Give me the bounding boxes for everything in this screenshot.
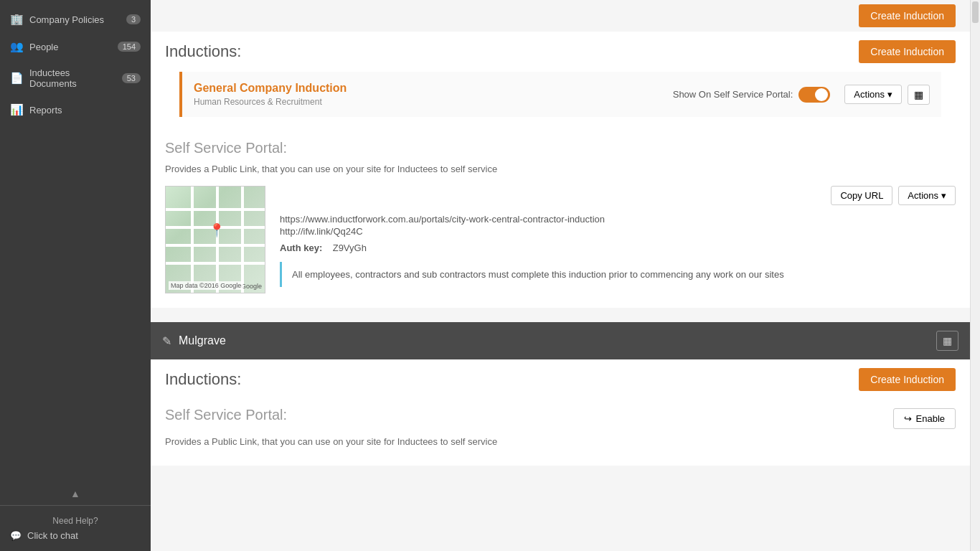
auth-key-value: Z9VyGh xyxy=(333,242,367,253)
mulgrave-grid-button[interactable]: ▦ xyxy=(936,331,958,351)
induction-actions-button[interactable]: Actions ▾ xyxy=(844,85,902,104)
show-portal-label: Show On Self Service Portal: xyxy=(673,89,793,100)
sidebar-item-badge: 53 xyxy=(122,73,141,83)
mulgrave-grid-icon: ▦ xyxy=(943,335,952,347)
spacer-1 xyxy=(151,315,970,322)
mulgrave-header: ✎ Mulgrave ▦ xyxy=(151,322,970,359)
chat-icon: 💬 xyxy=(10,530,22,541)
main-content: Create Induction Inductions: Create Indu… xyxy=(151,0,970,551)
first-white-section: Inductions: Create Induction General Com… xyxy=(151,32,970,308)
auth-key-label: Auth key: xyxy=(280,242,322,253)
inductees-documents-icon: 📄 xyxy=(10,72,24,85)
click-to-chat-label: Click to chat xyxy=(27,530,78,541)
company-policies-icon: 🏢 xyxy=(10,13,24,26)
actions-dropdown-icon: ▾ xyxy=(887,89,892,100)
induction-card-actions: Actions ▾ ▦ xyxy=(844,85,930,105)
sidebar-item-people[interactable]: 👥 People 154 xyxy=(0,33,151,60)
sidebar: 🏢 Company Policies 3 👥 People 154 📄 Indu… xyxy=(0,0,151,551)
mulgrave-self-service-header: Self Service Portal: ↪ Enable xyxy=(165,407,956,430)
map-pin: 📍 xyxy=(209,222,225,238)
mulgrave-create-induction-button[interactable]: Create Induction xyxy=(859,368,956,391)
mulgrave-inductions-title: Inductions: xyxy=(165,370,241,389)
portal-urls: https://www.inductforwork.com.au/portals… xyxy=(280,214,956,237)
portal-url-2: http://ifw.link/Qq24C xyxy=(280,226,956,237)
enable-icon: ↪ xyxy=(904,413,912,424)
sidebar-item-company-policies[interactable]: 🏢 Company Policies 3 xyxy=(0,6,151,33)
sidebar-item-label: Reports xyxy=(29,105,62,116)
self-service-description: Provides a Public Link, that you can use… xyxy=(165,164,956,174)
map-placeholder: 📍 Google Map data ©2016 Google xyxy=(166,187,265,293)
induction-note: All employees, contractors and sub contr… xyxy=(280,262,956,287)
self-service-content: 📍 Google Map data ©2016 Google Copy URL … xyxy=(165,186,956,293)
sidebar-item-inductees-documents[interactable]: 📄 Inductees Documents 53 xyxy=(0,60,151,96)
toggle-knob xyxy=(815,88,828,101)
sidebar-collapse-button[interactable]: ▲ xyxy=(0,482,151,505)
sidebar-item-badge: 154 xyxy=(118,42,141,52)
induction-card-wrapper: General Company Induction Human Resource… xyxy=(151,72,970,126)
induction-grid-button[interactable]: ▦ xyxy=(908,85,930,105)
actions-label: Actions xyxy=(854,89,885,100)
induction-card-subtitle: Human Resources & Recruitment xyxy=(194,97,659,107)
google-logo: Google xyxy=(241,283,262,290)
self-service-title: Self Service Portal: xyxy=(165,140,956,156)
sidebar-nav: 🏢 Company Policies 3 👥 People 154 📄 Indu… xyxy=(0,0,151,482)
portal-url-1: https://www.inductforwork.com.au/portals… xyxy=(280,214,956,225)
induction-card-info: General Company Induction Human Resource… xyxy=(194,82,659,107)
induction-card-title: General Company Induction xyxy=(194,82,659,95)
show-portal-toggle[interactable] xyxy=(798,87,830,103)
grid-icon: ▦ xyxy=(914,89,923,100)
sidebar-item-label: People xyxy=(29,42,58,52)
people-icon: 👥 xyxy=(10,40,24,53)
inductions-title: Inductions: xyxy=(165,42,241,61)
top-create-induction-row: Create Induction xyxy=(151,0,970,32)
portal-details: Copy URL Actions ▾ https://www.inductfor… xyxy=(280,186,956,287)
mulgrave-edit-icon[interactable]: ✎ xyxy=(162,334,171,348)
sidebar-item-reports[interactable]: 📊 Reports xyxy=(0,96,151,123)
toggle-track xyxy=(798,87,830,103)
sidebar-footer: Need Help? 💬 Click to chat xyxy=(0,505,151,551)
need-help-label: Need Help? xyxy=(10,516,141,526)
inductions-header-row: Inductions: Create Induction xyxy=(151,32,970,72)
mulgrave-title: Mulgrave xyxy=(179,334,929,347)
reports-icon: 📊 xyxy=(10,103,24,116)
copy-actions: Copy URL Actions ▾ xyxy=(280,186,956,205)
sidebar-item-label: Inductees Documents xyxy=(29,67,116,89)
scrollbar-thumb[interactable] xyxy=(972,1,979,23)
enable-label: Enable xyxy=(916,413,945,424)
click-to-chat-button[interactable]: 💬 Click to chat xyxy=(10,530,141,541)
sidebar-item-badge: 3 xyxy=(126,14,141,24)
portal-auth-key: Auth key: Z9VyGh xyxy=(280,242,956,253)
top-create-induction-button[interactable]: Create Induction xyxy=(859,4,956,27)
sidebar-item-label: Company Policies xyxy=(29,14,104,25)
map-data-label: Map data ©2016 Google xyxy=(169,281,243,290)
mulgrave-section: ✎ Mulgrave ▦ Inductions: Create Inductio… xyxy=(151,322,970,466)
show-portal-area: Show On Self Service Portal: xyxy=(673,87,831,103)
scrollbar[interactable] xyxy=(970,0,980,551)
general-company-induction-card: General Company Induction Human Resource… xyxy=(179,72,941,117)
mulgrave-self-service-description: Provides a Public Link, that you can use… xyxy=(165,436,956,447)
copy-url-button[interactable]: Copy URL xyxy=(831,186,892,205)
mulgrave-self-service-title: Self Service Portal: xyxy=(165,407,287,423)
actions-label: Actions xyxy=(908,190,938,201)
map-thumbnail: 📍 Google Map data ©2016 Google xyxy=(165,186,265,293)
mulgrave-inductions-row: Inductions: Create Induction xyxy=(151,359,970,400)
mulgrave-enable-button[interactable]: ↪ Enable xyxy=(893,408,956,429)
mulgrave-self-service-section: Self Service Portal: ↪ Enable Provides a… xyxy=(151,400,970,466)
create-induction-button[interactable]: Create Induction xyxy=(859,40,956,63)
portal-actions-button[interactable]: Actions ▾ xyxy=(898,186,956,205)
actions-dropdown-icon: ▾ xyxy=(941,190,946,201)
self-service-portal-section: Self Service Portal: Provides a Public L… xyxy=(151,126,970,308)
